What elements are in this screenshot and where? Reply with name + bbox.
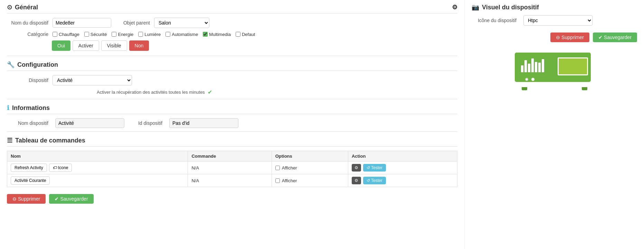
table-header-row: Nom Commande Options Action — [7, 151, 457, 162]
cat-securite[interactable]: Sécurité — [84, 32, 107, 37]
row1-afficher-label[interactable]: Afficher — [275, 165, 344, 170]
row1-afficher-checkbox[interactable] — [275, 166, 280, 170]
bar4 — [531, 58, 534, 72]
wrench-icon: 🔧 — [7, 61, 15, 68]
bottom-sauvegarder-button[interactable]: ✔ Sauvegarder — [49, 194, 93, 204]
bottom-buttons: ⊖ Supprimer ✔ Sauvegarder — [7, 194, 457, 204]
general-section-title: ⊙ Général ⚙ — [7, 3, 457, 13]
gear-icon[interactable]: ⚙ — [452, 3, 457, 11]
commands-table: Nom Commande Options Action Refresh Acti… — [7, 151, 457, 187]
auto-refresh-row: Activer la récupération des activités to… — [52, 89, 457, 95]
col-nom: Nom — [7, 151, 188, 162]
row1-commande: N/A — [188, 162, 272, 174]
bar7 — [542, 59, 544, 72]
categorie-checkboxes: Chauffage Sécurité Energie Lumière Autom… — [53, 32, 255, 37]
informations-section-title: ℹ Informations — [7, 104, 457, 114]
nom-dispositif-input[interactable] — [53, 18, 111, 28]
auto-refresh-label: Activer la récupération des activités to… — [97, 90, 205, 95]
row2-commande: N/A — [188, 174, 272, 187]
col-commande: Commande — [188, 151, 272, 162]
objet-parent-select[interactable]: Salon Cuisine Chambre — [154, 18, 209, 28]
list-icon: ☰ — [7, 137, 12, 144]
visual-title: Visuel du dispositif — [482, 4, 539, 11]
foot-left — [522, 87, 527, 90]
tableau-section-title: ☰ Tableau de commandes — [7, 137, 457, 147]
activite-courante-button[interactable]: Activité Courante — [11, 176, 50, 185]
sauvegarder-button[interactable]: ✔ Sauvegarder — [593, 33, 637, 42]
row1-afficher-text: Afficher — [282, 165, 297, 170]
configuration-title: Configuration — [17, 61, 58, 68]
row1-nom-cell: Refresh Activity 🏷 Icone — [7, 162, 188, 174]
icone-dispositif-select[interactable]: Htpc TV Radio Ampli — [523, 15, 593, 26]
row1-tester-button[interactable]: ↺ Tester — [363, 164, 386, 172]
refresh-activity-button[interactable]: Refresh Activity — [11, 164, 47, 172]
oui-button[interactable]: Oui — [52, 40, 70, 51]
activer-button[interactable]: Activer — [73, 40, 99, 51]
bar2 — [524, 60, 527, 72]
id-disp-label: Id dispositif — [131, 120, 162, 126]
nom-dispositif-label: Nom du dispositif — [7, 20, 48, 26]
cat-chauffage[interactable]: Chauffage — [53, 32, 79, 37]
row2-afficher-label[interactable]: Afficher — [275, 178, 344, 183]
row2-options: Afficher — [272, 174, 348, 187]
col-options: Options — [272, 151, 348, 162]
save-check-icon: ✔ — [598, 35, 604, 40]
table-row: Refresh Activity 🏷 Icone N/A Afficher — [7, 162, 457, 174]
save-delete-row: ⊖ Supprimer ✔ Sauvegarder — [472, 33, 637, 42]
icone-dispositif-row: Icône du dispositif Htpc TV Radio Ampli — [472, 15, 637, 26]
table-row: Activité Courante N/A Afficher ⚙ ↺ Teste… — [7, 174, 457, 187]
dispositif-select[interactable]: Activité Autre — [53, 75, 132, 85]
bar3 — [528, 64, 530, 72]
bar6 — [538, 63, 541, 72]
bottom-supprimer-button[interactable]: ⊖ Supprimer — [7, 194, 46, 204]
foot-right — [582, 87, 587, 90]
row2-tester-button[interactable]: ↺ Tester — [363, 177, 386, 184]
non-button[interactable]: Non — [129, 40, 149, 51]
tableau-title: Tableau de commandes — [15, 137, 85, 144]
bar5 — [535, 62, 537, 72]
divider-2 — [7, 99, 457, 99]
row2-action-group: ⚙ ↺ Tester — [352, 177, 454, 184]
nom-dispositif-row: Nom du dispositif Objet parent Salon Cui… — [7, 18, 457, 28]
htpc-screen — [558, 57, 588, 75]
categorie-row: Catégorie Chauffage Sécurité Energie Lum… — [7, 31, 457, 37]
row2-nom-cell: Activité Courante — [7, 174, 188, 187]
cat-lumiere[interactable]: Lumière — [138, 32, 161, 37]
row1-nom-group: Refresh Activity 🏷 Icone — [11, 164, 184, 172]
divider-3 — [7, 131, 457, 132]
id-disp-input — [169, 118, 238, 128]
minus-circle-icon: ⊖ — [556, 35, 561, 40]
col-action: Action — [348, 151, 457, 162]
bar1 — [521, 65, 523, 72]
row1-action: ⚙ ↺ Tester — [348, 162, 457, 174]
dispositif-label: Dispositif — [7, 77, 48, 83]
row2-afficher-checkbox[interactable] — [275, 178, 280, 183]
htpc-dots — [525, 78, 534, 81]
cat-automatisme[interactable]: Automatisme — [165, 32, 198, 37]
dot2 — [531, 78, 534, 81]
dispositif-row: Dispositif Activité Autre — [7, 75, 457, 85]
nom-disp-label: Nom dispositif — [7, 120, 48, 126]
objet-parent-label: Objet parent — [115, 20, 150, 26]
general-title: Général — [15, 4, 38, 11]
cat-energie[interactable]: Energie — [112, 32, 133, 37]
row1-icone-button[interactable]: 🏷 Icone — [49, 164, 72, 172]
row1-settings-button[interactable]: ⚙ — [352, 164, 361, 172]
auto-refresh-checkmark: ✔ — [208, 89, 212, 95]
row2-settings-button[interactable]: ⚙ — [352, 177, 361, 184]
minus-icon: ⊖ — [12, 196, 18, 202]
device-visual-container — [472, 53, 637, 87]
row1-action-group: ⚙ ↺ Tester — [352, 164, 454, 172]
htpc-bars — [521, 58, 544, 72]
right-panel: 📷 Visuel du dispositif Icône du disposit… — [464, 0, 644, 249]
visible-button[interactable]: Visible — [101, 40, 127, 51]
visual-section-title: 📷 Visuel du dispositif — [472, 3, 637, 11]
circle-icon: ⊙ — [7, 3, 12, 11]
icone-dispositif-label: Icône du dispositif — [472, 18, 517, 23]
supprimer-button[interactable]: ⊖ Supprimer — [550, 33, 589, 42]
informations-fields: Nom dispositif Id dispositif — [7, 118, 457, 128]
left-panel: ⊙ Général ⚙ Nom du dispositif Objet pare… — [0, 0, 464, 249]
cat-defaut[interactable]: Defaut — [236, 32, 255, 37]
cat-multimedia[interactable]: Multimedia — [203, 32, 231, 37]
row2-action: ⚙ ↺ Tester — [348, 174, 457, 187]
